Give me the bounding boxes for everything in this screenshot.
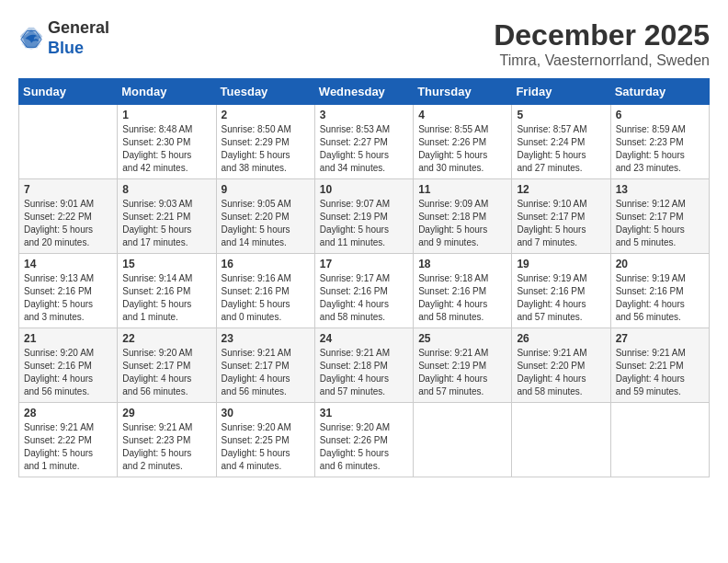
calendar-cell: 23Sunrise: 9:21 AM Sunset: 2:17 PM Dayli… xyxy=(216,328,314,403)
day-number: 2 xyxy=(222,109,310,121)
cell-info: Sunrise: 9:19 AM Sunset: 2:16 PM Dayligh… xyxy=(517,272,605,324)
week-row-1: 1Sunrise: 8:48 AM Sunset: 2:30 PM Daylig… xyxy=(19,105,710,179)
day-number: 20 xyxy=(616,258,704,270)
day-number: 23 xyxy=(222,332,310,345)
calendar-cell: 15Sunrise: 9:14 AM Sunset: 2:16 PM Dayli… xyxy=(118,254,216,328)
day-number: 24 xyxy=(320,332,408,345)
header-cell-thursday: Thursday xyxy=(414,79,512,105)
cell-info: Sunrise: 9:01 AM Sunset: 2:22 PM Dayligh… xyxy=(24,198,112,249)
header: General Blue December 2025 Timra, Vaeste… xyxy=(18,18,710,69)
calendar-cell: 2Sunrise: 8:50 AM Sunset: 2:29 PM Daylig… xyxy=(216,105,314,179)
day-number: 13 xyxy=(616,183,704,196)
logo: General Blue xyxy=(18,18,109,58)
calendar-cell: 27Sunrise: 9:21 AM Sunset: 2:21 PM Dayli… xyxy=(610,328,709,403)
day-number: 4 xyxy=(418,109,506,121)
calendar-table: SundayMondayTuesdayWednesdayThursdayFrid… xyxy=(18,78,710,477)
day-number: 8 xyxy=(122,183,210,196)
calendar-cell: 10Sunrise: 9:07 AM Sunset: 2:19 PM Dayli… xyxy=(314,179,413,254)
logo-blue-text: Blue xyxy=(48,39,84,57)
cell-info: Sunrise: 9:10 AM Sunset: 2:17 PM Dayligh… xyxy=(517,198,605,249)
calendar-cell: 30Sunrise: 9:20 AM Sunset: 2:25 PM Dayli… xyxy=(216,403,314,477)
cell-info: Sunrise: 9:21 AM Sunset: 2:21 PM Dayligh… xyxy=(616,347,704,398)
cell-info: Sunrise: 9:12 AM Sunset: 2:17 PM Dayligh… xyxy=(616,198,704,249)
calendar-cell: 8Sunrise: 9:03 AM Sunset: 2:21 PM Daylig… xyxy=(118,179,216,254)
calendar-cell: 29Sunrise: 9:21 AM Sunset: 2:23 PM Dayli… xyxy=(118,403,216,477)
day-number: 5 xyxy=(517,109,605,121)
day-number: 10 xyxy=(320,183,408,196)
day-number: 22 xyxy=(122,332,210,345)
cell-info: Sunrise: 9:20 AM Sunset: 2:17 PM Dayligh… xyxy=(122,347,210,398)
day-number: 12 xyxy=(517,183,605,196)
calendar-cell: 11Sunrise: 9:09 AM Sunset: 2:18 PM Dayli… xyxy=(414,179,512,254)
cell-info: Sunrise: 8:55 AM Sunset: 2:26 PM Dayligh… xyxy=(418,123,506,175)
calendar-cell: 7Sunrise: 9:01 AM Sunset: 2:22 PM Daylig… xyxy=(19,179,118,254)
cell-info: Sunrise: 9:20 AM Sunset: 2:16 PM Dayligh… xyxy=(24,347,112,398)
calendar-cell: 21Sunrise: 9:20 AM Sunset: 2:16 PM Dayli… xyxy=(19,328,118,403)
day-number: 31 xyxy=(320,407,408,419)
day-number: 21 xyxy=(24,332,112,345)
week-row-4: 21Sunrise: 9:20 AM Sunset: 2:16 PM Dayli… xyxy=(19,328,710,403)
day-number: 11 xyxy=(418,183,506,196)
calendar-cell: 9Sunrise: 9:05 AM Sunset: 2:20 PM Daylig… xyxy=(216,179,314,254)
header-cell-tuesday: Tuesday xyxy=(216,79,314,105)
calendar-cell: 25Sunrise: 9:21 AM Sunset: 2:19 PM Dayli… xyxy=(414,328,512,403)
day-number: 17 xyxy=(320,258,408,270)
day-number: 14 xyxy=(24,258,112,270)
day-number: 28 xyxy=(24,407,112,419)
week-row-2: 7Sunrise: 9:01 AM Sunset: 2:22 PM Daylig… xyxy=(19,179,710,254)
cell-info: Sunrise: 9:09 AM Sunset: 2:18 PM Dayligh… xyxy=(418,198,506,249)
cell-info: Sunrise: 8:48 AM Sunset: 2:30 PM Dayligh… xyxy=(122,123,210,175)
calendar-cell: 1Sunrise: 8:48 AM Sunset: 2:30 PM Daylig… xyxy=(118,105,216,179)
day-number: 1 xyxy=(122,109,210,121)
cell-info: Sunrise: 9:17 AM Sunset: 2:16 PM Dayligh… xyxy=(320,272,408,324)
header-cell-saturday: Saturday xyxy=(610,79,709,105)
day-number: 30 xyxy=(222,407,310,419)
cell-info: Sunrise: 9:07 AM Sunset: 2:19 PM Dayligh… xyxy=(320,198,408,249)
calendar-cell: 3Sunrise: 8:53 AM Sunset: 2:27 PM Daylig… xyxy=(314,105,413,179)
cell-info: Sunrise: 9:21 AM Sunset: 2:18 PM Dayligh… xyxy=(320,347,408,398)
cell-info: Sunrise: 9:20 AM Sunset: 2:26 PM Dayligh… xyxy=(320,421,408,473)
week-row-5: 28Sunrise: 9:21 AM Sunset: 2:22 PM Dayli… xyxy=(19,403,710,477)
cell-info: Sunrise: 9:21 AM Sunset: 2:23 PM Dayligh… xyxy=(122,421,210,473)
title-block: December 2025 Timra, Vaesternorrland, Sw… xyxy=(494,18,710,69)
day-number: 6 xyxy=(616,109,704,121)
calendar-cell: 14Sunrise: 9:13 AM Sunset: 2:16 PM Dayli… xyxy=(19,254,118,328)
header-cell-friday: Friday xyxy=(512,79,610,105)
calendar-cell: 31Sunrise: 9:20 AM Sunset: 2:26 PM Dayli… xyxy=(314,403,413,477)
day-number: 19 xyxy=(517,258,605,270)
week-row-3: 14Sunrise: 9:13 AM Sunset: 2:16 PM Dayli… xyxy=(19,254,710,328)
page: General Blue December 2025 Timra, Vaeste… xyxy=(0,0,728,563)
cell-info: Sunrise: 8:53 AM Sunset: 2:27 PM Dayligh… xyxy=(320,123,408,175)
day-number: 29 xyxy=(122,407,210,419)
calendar-cell xyxy=(414,403,512,477)
logo-text: General Blue xyxy=(48,18,109,58)
header-cell-monday: Monday xyxy=(118,79,216,105)
calendar-cell xyxy=(610,403,709,477)
cell-info: Sunrise: 8:50 AM Sunset: 2:29 PM Dayligh… xyxy=(222,123,310,175)
calendar-cell: 20Sunrise: 9:19 AM Sunset: 2:16 PM Dayli… xyxy=(610,254,709,328)
main-title: December 2025 xyxy=(494,18,710,52)
cell-info: Sunrise: 9:13 AM Sunset: 2:16 PM Dayligh… xyxy=(24,272,112,324)
calendar-cell: 5Sunrise: 8:57 AM Sunset: 2:24 PM Daylig… xyxy=(512,105,610,179)
calendar-cell xyxy=(19,105,118,179)
cell-info: Sunrise: 9:21 AM Sunset: 2:20 PM Dayligh… xyxy=(517,347,605,398)
calendar-cell: 18Sunrise: 9:18 AM Sunset: 2:16 PM Dayli… xyxy=(414,254,512,328)
calendar-cell: 16Sunrise: 9:16 AM Sunset: 2:16 PM Dayli… xyxy=(216,254,314,328)
cell-info: Sunrise: 9:18 AM Sunset: 2:16 PM Dayligh… xyxy=(418,272,506,324)
cell-info: Sunrise: 9:03 AM Sunset: 2:21 PM Dayligh… xyxy=(122,198,210,249)
day-number: 26 xyxy=(517,332,605,345)
cell-info: Sunrise: 9:21 AM Sunset: 2:17 PM Dayligh… xyxy=(222,347,310,398)
calendar-cell: 26Sunrise: 9:21 AM Sunset: 2:20 PM Dayli… xyxy=(512,328,610,403)
header-cell-sunday: Sunday xyxy=(19,79,118,105)
logo-icon xyxy=(18,26,44,52)
day-number: 16 xyxy=(222,258,310,270)
calendar-cell: 17Sunrise: 9:17 AM Sunset: 2:16 PM Dayli… xyxy=(314,254,413,328)
calendar-cell: 12Sunrise: 9:10 AM Sunset: 2:17 PM Dayli… xyxy=(512,179,610,254)
header-row: SundayMondayTuesdayWednesdayThursdayFrid… xyxy=(19,79,710,105)
day-number: 9 xyxy=(222,183,310,196)
cell-info: Sunrise: 9:16 AM Sunset: 2:16 PM Dayligh… xyxy=(222,272,310,324)
cell-info: Sunrise: 8:59 AM Sunset: 2:23 PM Dayligh… xyxy=(616,123,704,175)
calendar-cell: 24Sunrise: 9:21 AM Sunset: 2:18 PM Dayli… xyxy=(314,328,413,403)
day-number: 7 xyxy=(24,183,112,196)
calendar-cell: 6Sunrise: 8:59 AM Sunset: 2:23 PM Daylig… xyxy=(610,105,709,179)
